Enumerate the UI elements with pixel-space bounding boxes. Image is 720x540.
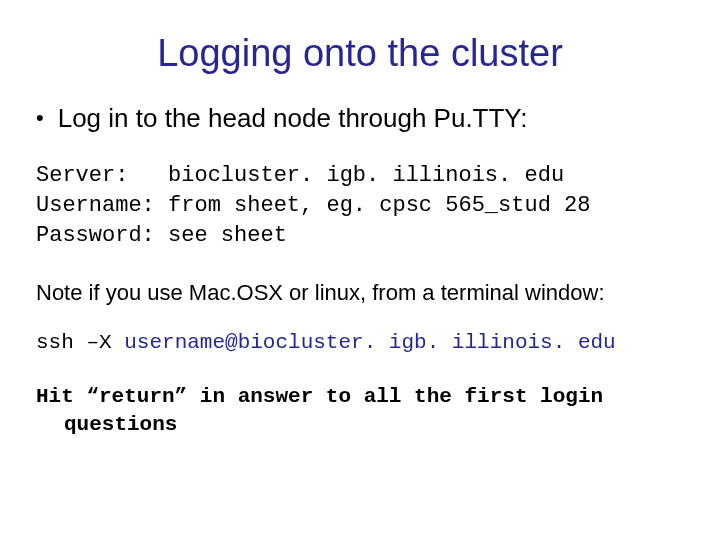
final-instruction: Hit “return” in answer to all the first … [64, 383, 684, 439]
ssh-target-part: username@biocluster. igb. illinois. edu [124, 331, 615, 354]
bullet-text: Log in to the head node through Pu.TTY: [58, 103, 528, 133]
credentials-block: Server: biocluster. igb. illinois. edu U… [36, 161, 684, 251]
ssh-cmd-part: ssh –X [36, 331, 124, 354]
ssh-command: ssh –X username@biocluster. igb. illinoi… [36, 329, 684, 357]
bullet-dot-icon: • [36, 103, 44, 133]
slide: Logging onto the cluster • Log in to the… [0, 0, 720, 540]
osx-note: Note if you use Mac.OSX or linux, from a… [36, 279, 684, 307]
server-line: Server: biocluster. igb. illinois. edu [36, 163, 564, 188]
username-line: Username: from sheet, eg. cpsc 565_stud … [36, 193, 591, 218]
bullet-item: • Log in to the head node through Pu.TTY… [36, 103, 684, 133]
slide-title: Logging onto the cluster [36, 32, 684, 75]
password-line: Password: see sheet [36, 223, 287, 248]
